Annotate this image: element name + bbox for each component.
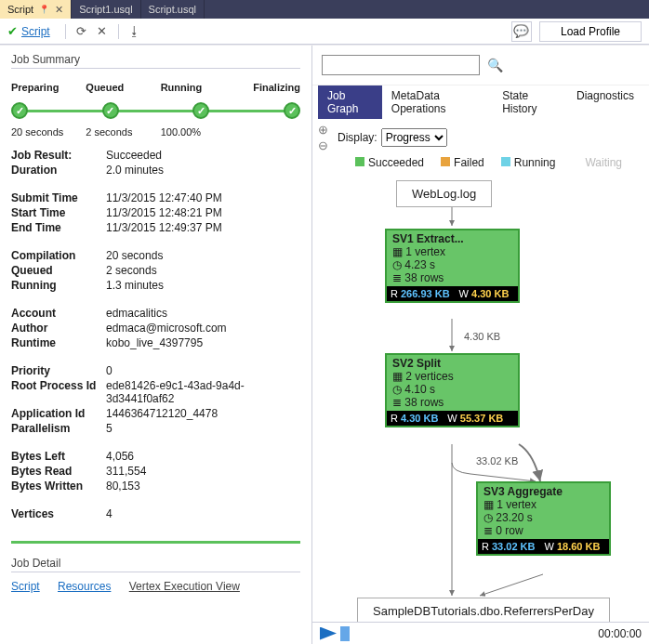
check-icon: ✔ [7,24,18,38]
tab-script-usql[interactable]: Script.usql [141,0,205,19]
kv-key: Bytes Written [11,480,106,493]
tab-job-graph[interactable]: Job Graph [318,85,382,119]
download-icon[interactable]: ⭳ [125,21,145,42]
kv-key: Bytes Left [11,450,106,463]
feedback-icon[interactable]: 💬 [511,21,532,42]
kv-value: 11/3/2015 12:49:37 PM [106,221,300,234]
node-sv3[interactable]: SV3 Aggregate▦ 1 vertex◷ 23.20 s≣ 0 rowR… [476,481,611,556]
kv-value: ede81426-e9c1-43ad-9a4d-3d3441f0af62 [106,379,300,405]
left-panel: Job Summary Preparing Queued Running Fin… [0,46,312,644]
node-sv2[interactable]: SV2 Split▦ 2 vertices◷ 4.10 s≣ 38 rowsR … [385,353,520,427]
slider-thumb[interactable] [340,626,350,641]
kv-value: 311,554 [106,465,300,478]
right-panel: 🔍 Job Graph MetaData Operations State Hi… [312,46,649,644]
kv-value: 0 [106,364,300,377]
search-input[interactable] [322,55,480,75]
tab-script[interactable]: Script📍✕ [0,0,72,19]
tab-state-history[interactable]: State History [493,85,567,119]
input-file-node[interactable]: WebLog.log [396,180,492,207]
toolbar: ✔ Script ⟳ ✕ ⭳ 💬 Load Profile [0,19,649,45]
kv-value: 11/3/2015 12:48:21 PM [106,206,300,219]
kv-value: 2 seconds [106,264,300,277]
kv-key: Job Result: [11,149,106,162]
kv-value: 11/3/2015 12:47:40 PM [106,191,300,204]
kv-value: 1.3 minutes [106,279,300,292]
cancel-icon[interactable]: ✕ [92,21,113,42]
kv-key: Parallelism [11,422,106,435]
play-icon[interactable] [320,627,337,640]
kv-key: Root Process Id [11,379,106,405]
job-summary-title: Job Summary [11,53,300,69]
load-profile-button[interactable]: Load Profile [539,21,642,42]
detail-resources-link[interactable]: Resources [58,580,111,593]
detail-script-link[interactable]: Script [11,580,40,593]
job-detail-links: Script Resources Vertex Execution View [11,580,300,593]
pin-icon: 📍 [39,5,49,14]
kv-key: Priority [11,364,106,377]
kv-key: Application Id [11,407,106,420]
kv-value: 4 [106,507,300,520]
search-icon[interactable]: 🔍 [483,55,506,75]
kv-key: Bytes Read [11,465,106,478]
output-table-node[interactable]: SampleDBTutorials.dbo.ReferrersPerDay [357,598,610,622]
tab-script1-usql[interactable]: Script1.usql [72,0,140,19]
detail-vertex-link[interactable]: Vertex Execution View [129,580,240,593]
kv-key: Compilation [11,249,106,262]
zoom-in-icon[interactable]: ⊕ [318,123,328,137]
job-detail-title: Job Detail [11,557,300,572]
kv-value: edmacalitics [106,307,300,320]
playback-row: 00:00:00 [312,622,649,644]
svg-line-3 [480,574,543,596]
tab-metadata-ops[interactable]: MetaData Operations [382,85,493,119]
kv-key: End Time [11,221,106,234]
script-link[interactable]: Script [21,25,50,38]
kv-key: Vertices [11,507,106,520]
close-icon[interactable]: ✕ [55,4,63,16]
kv-key: Queued [11,264,106,277]
playback-time: 00:00:00 [598,627,642,640]
kv-key: Submit Time [11,191,106,204]
kv-value: 1446364712120_4478 [106,407,300,420]
legend: SucceededFailedRunningWaiting [355,156,649,175]
kv-value: 4,056 [106,450,300,463]
display-label: Display: [338,131,377,144]
kv-key: Account [11,307,106,320]
kv-key: Runtime [11,336,106,349]
kv-value: 5 [106,422,300,435]
kv-value: kobo_live_4397795 [106,336,300,349]
job-result-block: Job Result:SucceededDuration2.0 minutes [11,149,300,178]
stage-labels: Preparing Queued Running Finalizing [11,82,300,93]
zoom-out-icon[interactable]: ⊖ [318,138,328,152]
kv-value: 2.0 minutes [106,164,300,177]
display-select[interactable]: Progress [381,128,447,147]
right-tabs: Job Graph MetaData Operations State Hist… [312,85,649,119]
tab-diagnostics[interactable]: Diagnostics [567,85,643,119]
kv-key: Running [11,279,106,292]
kv-value: 80,153 [106,480,300,493]
kv-value: 20 seconds [106,249,300,262]
kv-key: Duration [11,164,106,177]
stage-track: ✓ ✓ ✓ ✓ [11,100,300,121]
kv-key: Author [11,322,106,335]
kv-value: edmaca@microsoft.com [106,322,300,335]
refresh-icon[interactable]: ⟳ [72,21,92,42]
progress-bar [11,541,300,544]
node-sv1[interactable]: SV1 Extract...▦ 1 vertex◷ 4.23 s≣ 38 row… [385,229,520,303]
editor-tabs: Script📍✕ Script1.usql Script.usql [0,0,649,19]
job-graph[interactable]: WebLog.log SV1 Extract...▦ 1 vertex◷ 4.2… [312,175,649,622]
kv-value: Succeeded [106,149,300,162]
kv-key: Start Time [11,206,106,219]
